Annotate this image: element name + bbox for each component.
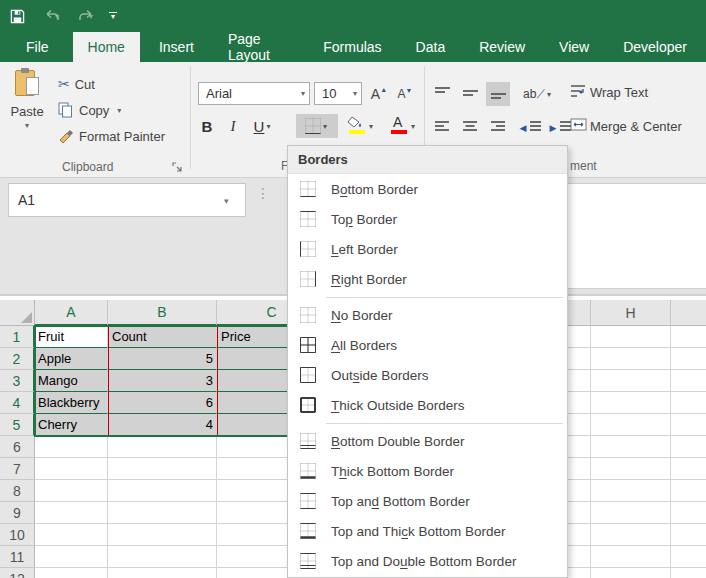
menu-item-thick-outside-borders[interactable]: Thick Outside Borders <box>288 390 567 420</box>
cell-B7[interactable] <box>108 458 217 480</box>
row-header-6[interactable]: 6 <box>0 436 35 458</box>
cell-A1[interactable]: Fruit <box>35 326 108 348</box>
menu-item-top-and-bottom-border[interactable]: Top and Bottom Border <box>288 486 567 516</box>
cell-A5[interactable]: Cherry <box>35 414 108 436</box>
font-size-caret-icon[interactable]: ▾ <box>353 89 357 98</box>
row-header-11[interactable]: 11 <box>0 546 35 568</box>
menu-item-right-border[interactable]: Right Border <box>288 264 567 294</box>
menu-item-top-border[interactable]: Top Border <box>288 204 567 234</box>
tab-formulas[interactable]: Formulas <box>308 32 396 62</box>
underline-caret-icon[interactable]: ▾ <box>264 122 272 131</box>
menu-item-thick-bottom-border[interactable]: Thick Bottom Border <box>288 456 567 486</box>
cell-A3[interactable]: Mango <box>35 370 108 392</box>
cell-B11[interactable] <box>108 546 217 568</box>
fill-color-caret-icon[interactable]: ▾ <box>367 122 375 131</box>
underline-button[interactable]: U ▾ <box>248 114 278 138</box>
row-header-4[interactable]: 4 <box>0 392 35 414</box>
tab-developer[interactable]: Developer <box>608 32 702 62</box>
tab-view[interactable]: View <box>544 32 604 62</box>
align-right-button[interactable] <box>486 116 510 140</box>
cell-I2[interactable] <box>671 348 706 370</box>
cell-B4[interactable]: 6 <box>108 392 217 414</box>
fill-color-button[interactable]: ▾ <box>344 114 378 138</box>
orientation-button[interactable]: ab⟋ ▾ <box>520 82 556 106</box>
cell-H7[interactable] <box>591 458 671 480</box>
cell-I4[interactable] <box>671 392 706 414</box>
align-left-button[interactable] <box>430 116 454 140</box>
cell-H10[interactable] <box>591 524 671 546</box>
cell-B2[interactable]: 5 <box>108 348 217 370</box>
column-header-B[interactable]: B <box>108 300 217 326</box>
cell-I7[interactable] <box>671 458 706 480</box>
cell-A6[interactable] <box>35 436 108 458</box>
menu-item-bottom-double-border[interactable]: Bottom Double Border <box>288 426 567 456</box>
paste-dropdown-caret[interactable]: ▾ <box>25 121 29 130</box>
cut-button[interactable]: ✂ Cut <box>58 76 95 92</box>
cell-I1[interactable] <box>671 326 706 348</box>
cell-I11[interactable] <box>671 546 706 568</box>
row-header-2[interactable]: 2 <box>0 348 35 370</box>
row-header-9[interactable]: 9 <box>0 502 35 524</box>
font-color-button[interactable]: A ▾ <box>386 114 420 138</box>
cell-H3[interactable] <box>591 370 671 392</box>
cell-H9[interactable] <box>591 502 671 524</box>
row-header-10[interactable]: 10 <box>0 524 35 546</box>
cell-H11[interactable] <box>591 546 671 568</box>
cell-B1[interactable]: Count <box>108 326 217 348</box>
name-box[interactable] <box>8 183 246 217</box>
cell-A4[interactable]: Blackberry <box>35 392 108 414</box>
row-header-8[interactable]: 8 <box>0 480 35 502</box>
font-name-combo[interactable]: Arial ▾ <box>198 82 310 105</box>
font-size-combo[interactable]: 10 ▾ <box>314 82 362 105</box>
row-header-3[interactable]: 3 <box>0 370 35 392</box>
italic-button[interactable]: I <box>222 114 244 138</box>
cell-H5[interactable] <box>591 414 671 436</box>
tab-page-layout[interactable]: Page Layout <box>213 32 304 62</box>
column-header-A[interactable]: A <box>35 300 108 326</box>
font-color-caret-icon[interactable]: ▾ <box>409 122 417 131</box>
menu-item-left-border[interactable]: Left Border <box>288 234 567 264</box>
cell-H6[interactable] <box>591 436 671 458</box>
cell-I5[interactable] <box>671 414 706 436</box>
borders-button[interactable]: ▾ <box>296 114 338 138</box>
cell-A2[interactable]: Apple <box>35 348 108 370</box>
row-header-5[interactable]: 5 <box>0 414 35 436</box>
undo-icon[interactable]: ▾ <box>34 0 68 32</box>
font-name-caret-icon[interactable]: ▾ <box>301 89 305 98</box>
decrease-font-size-button[interactable]: A▼ <box>394 82 416 106</box>
decrease-indent-button[interactable]: ◀ <box>518 116 544 140</box>
cell-I12[interactable] <box>671 568 706 578</box>
redo-dropdown-caret[interactable]: ▾ <box>89 12 93 21</box>
cell-I10[interactable] <box>671 524 706 546</box>
format-painter-button[interactable]: Format Painter <box>58 128 165 144</box>
cell-B8[interactable] <box>108 480 217 502</box>
wrap-text-button[interactable]: Wrap Text <box>570 84 648 100</box>
customize-quick-access-icon[interactable]: ▾ <box>102 0 124 32</box>
cell-A11[interactable] <box>35 546 108 568</box>
bold-button[interactable]: B <box>196 114 218 138</box>
increase-font-size-button[interactable]: A▲ <box>368 82 390 106</box>
bottom-align-button[interactable] <box>486 82 510 106</box>
tab-data[interactable]: Data <box>401 32 461 62</box>
cell-A7[interactable] <box>35 458 108 480</box>
save-icon[interactable] <box>0 0 34 32</box>
row-header-7[interactable]: 7 <box>0 458 35 480</box>
borders-caret-icon[interactable]: ▾ <box>321 122 329 131</box>
cell-A8[interactable] <box>35 480 108 502</box>
cell-H2[interactable] <box>591 348 671 370</box>
cell-B3[interactable]: 3 <box>108 370 217 392</box>
tab-review[interactable]: Review <box>464 32 540 62</box>
paste-button[interactable]: Paste ▾ <box>6 68 48 160</box>
cell-B5[interactable]: 4 <box>108 414 217 436</box>
cell-I8[interactable] <box>671 480 706 502</box>
cell-H12[interactable] <box>591 568 671 578</box>
menu-item-no-border[interactable]: No Border <box>288 300 567 330</box>
cell-A9[interactable] <box>35 502 108 524</box>
top-align-button[interactable] <box>430 82 454 106</box>
cell-A12[interactable] <box>35 568 108 578</box>
align-center-button[interactable] <box>458 116 482 140</box>
tab-home[interactable]: Home <box>73 32 140 62</box>
menu-item-all-borders[interactable]: All Borders <box>288 330 567 360</box>
copy-button[interactable]: Copy ▾ <box>58 102 121 118</box>
menu-item-top-and-double-bottom-border[interactable]: Top and Double Bottom Border <box>288 546 567 576</box>
